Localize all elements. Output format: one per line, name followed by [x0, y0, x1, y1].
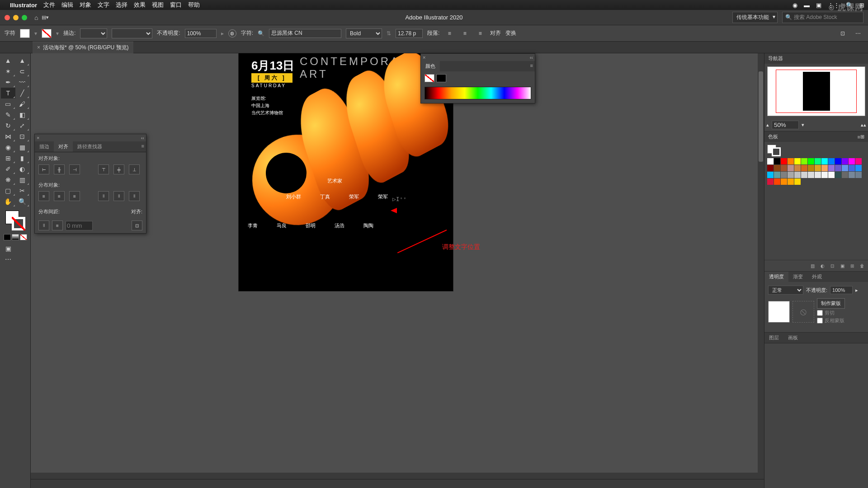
zoom-out-icon[interactable]: ▴: [766, 122, 769, 128]
swatch-color[interactable]: [767, 172, 774, 178]
align-right-icon[interactable]: ≡: [475, 28, 486, 38]
font-weight-select[interactable]: Bold: [346, 28, 382, 38]
swatch-color[interactable]: [808, 172, 814, 178]
swatch-kind-icon[interactable]: ◐: [818, 262, 826, 269]
stroke-tab[interactable]: 描边: [35, 141, 54, 152]
vspace-button[interactable]: ⦀: [38, 221, 49, 230]
align-tab[interactable]: 对齐: [54, 141, 73, 152]
swatch-group-icon[interactable]: ▣: [838, 262, 846, 269]
swatch-color[interactable]: [774, 172, 780, 178]
edit-toolbar-icon[interactable]: ⋯: [1, 254, 15, 265]
swatch-color[interactable]: [788, 178, 794, 185]
swatch-color[interactable]: [815, 172, 821, 178]
swatch-color[interactable]: [835, 158, 841, 164]
opacity-input[interactable]: [185, 29, 217, 38]
screen-mode-icon[interactable]: ▣: [1, 243, 15, 254]
color-panel-menu-icon[interactable]: ≡: [528, 61, 535, 71]
swatch-color[interactable]: [781, 178, 787, 185]
swatch-color[interactable]: [842, 158, 848, 164]
swatch-color[interactable]: [767, 165, 774, 171]
color-fill-swatch[interactable]: [425, 74, 434, 82]
home-icon[interactable]: ⌂: [34, 14, 38, 21]
halign-left-button[interactable]: ⊢: [38, 164, 49, 174]
menu-file[interactable]: 文件: [43, 1, 55, 9]
align-center-icon[interactable]: ≡: [459, 28, 470, 38]
color-spectrum[interactable]: [425, 87, 531, 99]
shaper-tool[interactable]: ✎: [1, 109, 15, 120]
font-size-input[interactable]: [396, 29, 423, 38]
menu-help[interactable]: 帮助: [188, 1, 200, 9]
swatch-color[interactable]: [842, 165, 848, 171]
swatch-color[interactable]: [849, 165, 855, 171]
gradient-mode-icon[interactable]: [12, 234, 19, 240]
slice-tool[interactable]: ✂: [15, 185, 30, 196]
swatch-color[interactable]: [788, 158, 794, 164]
color-stroke-swatch[interactable]: [436, 74, 446, 82]
fill-swatch[interactable]: [20, 29, 30, 38]
clip-checkbox[interactable]: [817, 310, 823, 316]
blend-mode-select[interactable]: 正常: [768, 286, 803, 295]
hdist-left-button[interactable]: ⦀: [98, 191, 109, 201]
swatches-title[interactable]: 色板: [768, 133, 778, 140]
vdist-center-button[interactable]: ≡: [54, 191, 65, 201]
none-mode-icon[interactable]: [20, 234, 27, 240]
swatch-color[interactable]: [767, 158, 774, 164]
swatch-color[interactable]: [801, 165, 807, 171]
menu-select[interactable]: 选择: [116, 1, 127, 9]
shape-builder-tool[interactable]: ◉: [1, 142, 15, 153]
transp-mask-thumb[interactable]: ⦸: [793, 301, 814, 323]
halign-center-button[interactable]: ╫: [54, 164, 65, 174]
swatch-color[interactable]: [849, 172, 855, 178]
swatch-color[interactable]: [774, 165, 780, 171]
swatch-color[interactable]: [788, 165, 794, 171]
brush-select[interactable]: [112, 28, 152, 38]
gradient-tab[interactable]: 渐变: [788, 272, 807, 282]
swatch-color[interactable]: [815, 158, 821, 164]
panel-menu-icon[interactable]: ≡: [140, 141, 146, 152]
menu-effect[interactable]: 效果: [134, 1, 146, 9]
lasso-tool[interactable]: ⊂: [15, 66, 30, 77]
blend-tool[interactable]: ◐: [15, 164, 30, 174]
swatch-color[interactable]: [781, 165, 787, 171]
swatch-color[interactable]: [828, 172, 835, 178]
scale-tool[interactable]: ⤢: [15, 120, 30, 131]
horizontal-scrollbar[interactable]: [31, 473, 758, 479]
swatch-color[interactable]: [808, 158, 814, 164]
swatch-color[interactable]: [855, 165, 862, 171]
vertical-scrollbar[interactable]: [758, 53, 764, 479]
arrange-docs-icon[interactable]: ▤▾: [42, 14, 49, 20]
pen-tool[interactable]: ✒: [1, 77, 15, 88]
swatch-color[interactable]: [821, 165, 828, 171]
swatch-grid[interactable]: [767, 158, 865, 185]
navigator-zoom-input[interactable]: [772, 121, 799, 129]
swatch-lib-icon[interactable]: ▥: [808, 262, 816, 269]
eraser-tool[interactable]: ◧: [15, 109, 30, 120]
curvature-tool[interactable]: 〰: [15, 77, 30, 88]
valign-middle-button[interactable]: ╪: [113, 164, 124, 174]
transp-opacity-input[interactable]: [830, 286, 853, 294]
minimize-window-button[interactable]: [13, 15, 19, 20]
line-tool[interactable]: ╱: [15, 88, 30, 99]
swatch-color[interactable]: [794, 165, 801, 171]
menu-object[interactable]: 对象: [80, 1, 91, 9]
recolor-icon[interactable]: ◍: [228, 29, 236, 38]
stroke-swatch[interactable]: [42, 29, 52, 38]
vdist-top-button[interactable]: ≡: [38, 191, 49, 201]
canvas[interactable]: 6月13日 [ 周六 ] SATURDAY CONTEMPORARART 展览馆…: [31, 53, 764, 479]
stroke-weight-select[interactable]: [80, 28, 107, 38]
collapse-panel-icon[interactable]: ‹‹: [141, 135, 144, 141]
valign-bottom-button[interactable]: ⊥: [129, 164, 140, 174]
magic-wand-tool[interactable]: ✶: [1, 66, 15, 77]
appearance-tab[interactable]: 外观: [807, 272, 826, 282]
swatch-color[interactable]: [849, 158, 855, 164]
swatch-color[interactable]: [781, 172, 787, 178]
width-tool[interactable]: ⋈: [1, 131, 15, 142]
zoom-tool[interactable]: 🔍: [15, 196, 30, 207]
eyedropper-tool[interactable]: ✐: [1, 164, 15, 174]
zoom-window-button[interactable]: [22, 15, 27, 20]
swatch-color[interactable]: [801, 158, 807, 164]
swatch-color[interactable]: [794, 172, 801, 178]
swatch-color[interactable]: [855, 172, 862, 178]
zoom-dropdown-icon[interactable]: ▾: [802, 122, 804, 128]
gradient-tool[interactable]: ▮: [15, 153, 30, 164]
